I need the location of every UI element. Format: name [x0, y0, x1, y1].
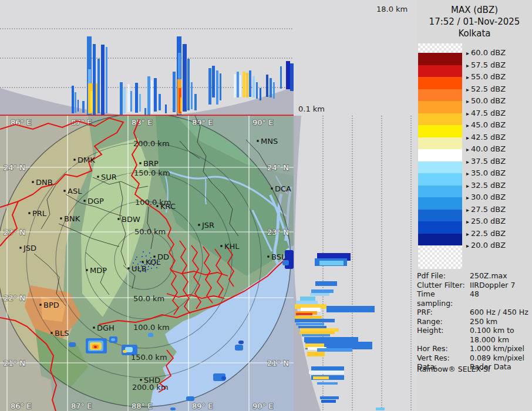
- product-title: MAX (dBZ): [417, 4, 532, 16]
- city-label: BNK: [64, 214, 80, 223]
- city-label: DGH: [97, 324, 115, 332]
- scan-metadata: Pdf File:250Z.maxClutter Filter:IIRDoppl…: [417, 271, 531, 372]
- threshold-arrow-icon: ▸: [466, 218, 469, 225]
- city-label: BDW: [122, 215, 140, 224]
- city-dot: [127, 267, 129, 269]
- dbz-threshold-label: ▸45.0 dBZ: [466, 120, 506, 129]
- svg-text:50.0 km: 50.0 km: [134, 227, 166, 236]
- metadata-value: 1.000 km/pixel: [470, 344, 531, 353]
- threshold-arrow-icon: ▸: [466, 50, 469, 56]
- city-dot: [60, 217, 62, 219]
- metadata-label: Time sampling:: [417, 289, 470, 308]
- colorbar-band: [418, 186, 462, 198]
- svg-text:150.0 km: 150.0 km: [131, 353, 167, 362]
- city-dot: [97, 176, 99, 177]
- city-dot: [39, 304, 41, 305]
- city-dot: [63, 190, 65, 191]
- svg-text:50.0 km: 50.0 km: [133, 294, 164, 303]
- site-name: Kolkata: [417, 28, 532, 39]
- dbz-colorbar: [418, 43, 462, 269]
- threshold-arrow-icon: ▸: [466, 242, 469, 249]
- threshold-arrow-icon: ▸: [466, 62, 469, 69]
- metadata-row: Height:0.100 km to 18.000 km: [417, 326, 531, 344]
- dbz-threshold-label: ▸20.0 dBZ: [466, 241, 506, 250]
- threshold-arrow-icon: ▸: [466, 159, 469, 165]
- lon-label: 89° E: [192, 118, 213, 127]
- metadata-label: Pdf File:: [417, 271, 470, 281]
- colorbar-band: [418, 125, 462, 137]
- city-dot: [142, 261, 143, 262]
- city-label: JSR: [201, 221, 214, 230]
- colorbar-band: [418, 65, 462, 78]
- dbz-threshold-label: ▸35.0 dBZ: [466, 169, 506, 177]
- city-dot: [156, 205, 158, 207]
- metadata-label: Hor Res:: [417, 344, 470, 353]
- map-top-border: [0, 114, 294, 116]
- metadata-value: 48: [470, 289, 531, 299]
- lon-label: 90° E: [252, 118, 273, 127]
- dbz-threshold-label: ▸50.0 dBZ: [466, 96, 506, 105]
- city-dot: [257, 140, 258, 142]
- city-label: PRL: [32, 209, 47, 218]
- city-dot: [93, 326, 95, 328]
- city-label: DCA: [275, 184, 291, 193]
- lon-label: 90° E: [252, 402, 273, 410]
- threshold-arrow-icon: ▸: [466, 231, 469, 237]
- metadata-row: Pdf File:250Z.max: [417, 271, 531, 281]
- height-max-label: 18.0 km: [376, 5, 408, 14]
- lon-label: 89° E: [192, 402, 213, 410]
- city-dot: [271, 187, 272, 189]
- city-label: DMK: [78, 156, 95, 164]
- threshold-arrow-icon: ▸: [466, 134, 469, 141]
- lat-label: 23° N: [267, 228, 289, 237]
- city-label: KRC: [160, 202, 176, 211]
- colorbar-band: [418, 210, 462, 222]
- threshold-arrow-icon: ▸: [466, 86, 469, 93]
- lat-label: 22° N: [4, 294, 25, 302]
- city-dot: [198, 224, 200, 225]
- metadata-value: 0.089 km/pixel: [470, 353, 531, 363]
- city-label: BPD: [43, 301, 59, 309]
- nodata-swatch: [418, 260, 462, 269]
- scan-timestamp: 17:52 / 01-Nov-2025: [417, 16, 532, 28]
- colorbar-band: [418, 137, 462, 150]
- metadata-label: Clutter Filter:: [417, 281, 470, 290]
- dbz-threshold-label: ▸30.0 dBZ: [466, 193, 506, 201]
- colorbar-band: [418, 221, 462, 234]
- metadata-label: PRF:: [417, 308, 470, 317]
- threshold-arrow-icon: ▸: [466, 110, 469, 117]
- city-dot: [73, 159, 75, 160]
- colorbar-band: [418, 149, 462, 161]
- colorbar-band: [418, 234, 462, 246]
- lat-label: 21° N: [267, 359, 289, 368]
- colorbar-band: [418, 89, 462, 102]
- svg-text:100.0 km: 100.0 km: [133, 323, 170, 332]
- city-label: JSD: [23, 244, 36, 252]
- lat-label: 21° N: [4, 359, 25, 368]
- metadata-value: 0.100 km to 18.000 km: [470, 326, 531, 344]
- city-dot: [83, 200, 85, 201]
- dbz-threshold-label: ▸37.5 dBZ: [466, 157, 506, 166]
- dbz-threshold-label: ▸57.5 dBZ: [466, 60, 506, 69]
- threshold-arrow-icon: ▸: [466, 98, 469, 105]
- threshold-arrow-icon: ▸: [466, 207, 469, 213]
- city-dot: [220, 245, 222, 247]
- city-label: DGP: [87, 197, 104, 206]
- lon-label: 88° E: [132, 402, 152, 410]
- dbz-threshold-label: ▸27.5 dBZ: [466, 205, 506, 214]
- city-label: DNB: [36, 178, 53, 187]
- threshold-arrow-icon: ▸: [466, 146, 469, 153]
- city-dot: [32, 181, 33, 183]
- dbz-threshold-label: ▸22.5 dBZ: [466, 229, 506, 238]
- metadata-row: Time sampling:48: [417, 289, 531, 308]
- city-label: BRP: [143, 159, 159, 168]
- colorbar-band: [418, 101, 462, 113]
- city-label: MDP: [90, 266, 107, 275]
- threshold-arrow-icon: ▸: [466, 194, 469, 201]
- city-dot: [267, 255, 269, 257]
- colorbar-checker-top: [418, 43, 462, 53]
- lat-label: 23° N: [4, 228, 25, 237]
- lon-label: 88° E: [132, 118, 152, 127]
- city-label: SUR: [101, 173, 117, 181]
- metadata-label: Range:: [417, 317, 470, 326]
